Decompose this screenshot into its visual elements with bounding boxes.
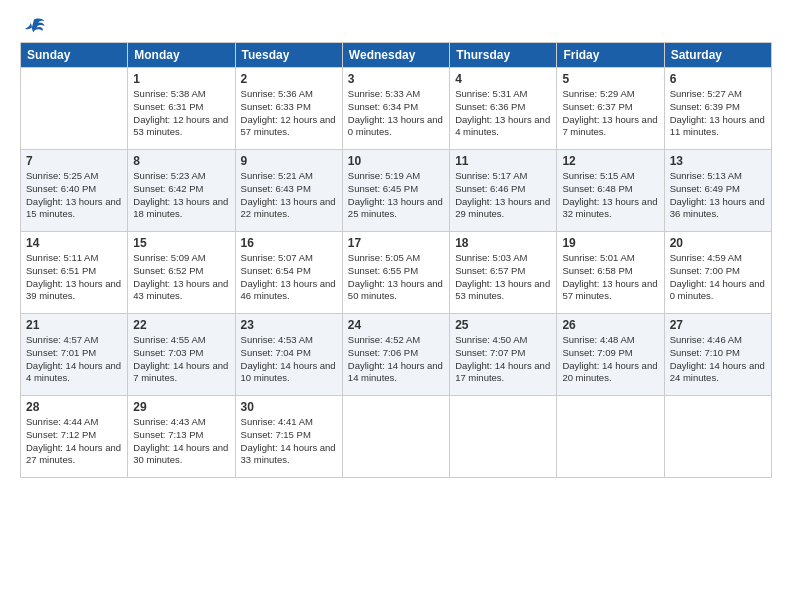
day-number: 20 [670, 236, 766, 250]
week-row-1: 1Sunrise: 5:38 AMSunset: 6:31 PMDaylight… [21, 68, 772, 150]
day-number: 11 [455, 154, 551, 168]
day-cell: 29Sunrise: 4:43 AMSunset: 7:13 PMDayligh… [128, 396, 235, 478]
day-cell: 2Sunrise: 5:36 AMSunset: 6:33 PMDaylight… [235, 68, 342, 150]
logo-text [20, 16, 46, 36]
day-info: Sunrise: 4:41 AMSunset: 7:15 PMDaylight:… [241, 416, 337, 467]
day-info: Sunrise: 4:53 AMSunset: 7:04 PMDaylight:… [241, 334, 337, 385]
day-info: Sunrise: 4:55 AMSunset: 7:03 PMDaylight:… [133, 334, 229, 385]
day-cell: 5Sunrise: 5:29 AMSunset: 6:37 PMDaylight… [557, 68, 664, 150]
day-cell: 17Sunrise: 5:05 AMSunset: 6:55 PMDayligh… [342, 232, 449, 314]
day-number: 8 [133, 154, 229, 168]
day-number: 23 [241, 318, 337, 332]
day-cell: 25Sunrise: 4:50 AMSunset: 7:07 PMDayligh… [450, 314, 557, 396]
day-info: Sunrise: 4:43 AMSunset: 7:13 PMDaylight:… [133, 416, 229, 467]
header [20, 16, 772, 36]
day-cell: 28Sunrise: 4:44 AMSunset: 7:12 PMDayligh… [21, 396, 128, 478]
col-header-wednesday: Wednesday [342, 43, 449, 68]
col-header-friday: Friday [557, 43, 664, 68]
day-cell [342, 396, 449, 478]
day-cell: 24Sunrise: 4:52 AMSunset: 7:06 PMDayligh… [342, 314, 449, 396]
col-header-sunday: Sunday [21, 43, 128, 68]
day-cell: 23Sunrise: 4:53 AMSunset: 7:04 PMDayligh… [235, 314, 342, 396]
col-header-monday: Monday [128, 43, 235, 68]
day-cell [557, 396, 664, 478]
day-number: 28 [26, 400, 122, 414]
week-row-4: 21Sunrise: 4:57 AMSunset: 7:01 PMDayligh… [21, 314, 772, 396]
day-info: Sunrise: 4:44 AMSunset: 7:12 PMDaylight:… [26, 416, 122, 467]
day-cell: 22Sunrise: 4:55 AMSunset: 7:03 PMDayligh… [128, 314, 235, 396]
week-row-2: 7Sunrise: 5:25 AMSunset: 6:40 PMDaylight… [21, 150, 772, 232]
day-cell: 7Sunrise: 5:25 AMSunset: 6:40 PMDaylight… [21, 150, 128, 232]
day-number: 29 [133, 400, 229, 414]
day-number: 7 [26, 154, 122, 168]
day-info: Sunrise: 4:50 AMSunset: 7:07 PMDaylight:… [455, 334, 551, 385]
day-number: 4 [455, 72, 551, 86]
logo [20, 16, 46, 36]
day-info: Sunrise: 5:36 AMSunset: 6:33 PMDaylight:… [241, 88, 337, 139]
day-cell: 27Sunrise: 4:46 AMSunset: 7:10 PMDayligh… [664, 314, 771, 396]
day-cell: 15Sunrise: 5:09 AMSunset: 6:52 PMDayligh… [128, 232, 235, 314]
day-info: Sunrise: 4:46 AMSunset: 7:10 PMDaylight:… [670, 334, 766, 385]
day-cell: 6Sunrise: 5:27 AMSunset: 6:39 PMDaylight… [664, 68, 771, 150]
day-number: 13 [670, 154, 766, 168]
day-info: Sunrise: 5:15 AMSunset: 6:48 PMDaylight:… [562, 170, 658, 221]
day-cell [450, 396, 557, 478]
day-number: 17 [348, 236, 444, 250]
day-cell: 4Sunrise: 5:31 AMSunset: 6:36 PMDaylight… [450, 68, 557, 150]
day-info: Sunrise: 4:57 AMSunset: 7:01 PMDaylight:… [26, 334, 122, 385]
day-number: 16 [241, 236, 337, 250]
day-number: 14 [26, 236, 122, 250]
day-number: 10 [348, 154, 444, 168]
day-info: Sunrise: 5:13 AMSunset: 6:49 PMDaylight:… [670, 170, 766, 221]
day-number: 1 [133, 72, 229, 86]
day-number: 22 [133, 318, 229, 332]
day-number: 24 [348, 318, 444, 332]
day-info: Sunrise: 5:19 AMSunset: 6:45 PMDaylight:… [348, 170, 444, 221]
day-cell: 19Sunrise: 5:01 AMSunset: 6:58 PMDayligh… [557, 232, 664, 314]
day-info: Sunrise: 5:27 AMSunset: 6:39 PMDaylight:… [670, 88, 766, 139]
day-cell: 21Sunrise: 4:57 AMSunset: 7:01 PMDayligh… [21, 314, 128, 396]
day-cell: 14Sunrise: 5:11 AMSunset: 6:51 PMDayligh… [21, 232, 128, 314]
day-number: 3 [348, 72, 444, 86]
day-cell: 13Sunrise: 5:13 AMSunset: 6:49 PMDayligh… [664, 150, 771, 232]
day-number: 2 [241, 72, 337, 86]
day-cell: 16Sunrise: 5:07 AMSunset: 6:54 PMDayligh… [235, 232, 342, 314]
day-info: Sunrise: 4:48 AMSunset: 7:09 PMDaylight:… [562, 334, 658, 385]
day-info: Sunrise: 5:17 AMSunset: 6:46 PMDaylight:… [455, 170, 551, 221]
day-number: 19 [562, 236, 658, 250]
day-number: 12 [562, 154, 658, 168]
day-number: 15 [133, 236, 229, 250]
week-row-3: 14Sunrise: 5:11 AMSunset: 6:51 PMDayligh… [21, 232, 772, 314]
day-info: Sunrise: 5:31 AMSunset: 6:36 PMDaylight:… [455, 88, 551, 139]
col-header-saturday: Saturday [664, 43, 771, 68]
day-cell: 12Sunrise: 5:15 AMSunset: 6:48 PMDayligh… [557, 150, 664, 232]
day-cell: 18Sunrise: 5:03 AMSunset: 6:57 PMDayligh… [450, 232, 557, 314]
day-number: 18 [455, 236, 551, 250]
day-cell [21, 68, 128, 150]
day-number: 30 [241, 400, 337, 414]
day-number: 27 [670, 318, 766, 332]
day-cell: 20Sunrise: 4:59 AMSunset: 7:00 PMDayligh… [664, 232, 771, 314]
day-number: 6 [670, 72, 766, 86]
calendar-table: SundayMondayTuesdayWednesdayThursdayFrid… [20, 42, 772, 478]
day-cell: 1Sunrise: 5:38 AMSunset: 6:31 PMDaylight… [128, 68, 235, 150]
day-cell: 30Sunrise: 4:41 AMSunset: 7:15 PMDayligh… [235, 396, 342, 478]
day-info: Sunrise: 5:09 AMSunset: 6:52 PMDaylight:… [133, 252, 229, 303]
day-cell: 9Sunrise: 5:21 AMSunset: 6:43 PMDaylight… [235, 150, 342, 232]
day-cell: 3Sunrise: 5:33 AMSunset: 6:34 PMDaylight… [342, 68, 449, 150]
logo-bird-icon [22, 16, 46, 36]
day-cell: 11Sunrise: 5:17 AMSunset: 6:46 PMDayligh… [450, 150, 557, 232]
day-info: Sunrise: 5:33 AMSunset: 6:34 PMDaylight:… [348, 88, 444, 139]
day-info: Sunrise: 5:25 AMSunset: 6:40 PMDaylight:… [26, 170, 122, 221]
day-info: Sunrise: 5:11 AMSunset: 6:51 PMDaylight:… [26, 252, 122, 303]
day-cell: 8Sunrise: 5:23 AMSunset: 6:42 PMDaylight… [128, 150, 235, 232]
day-info: Sunrise: 4:52 AMSunset: 7:06 PMDaylight:… [348, 334, 444, 385]
day-info: Sunrise: 5:05 AMSunset: 6:55 PMDaylight:… [348, 252, 444, 303]
day-info: Sunrise: 5:29 AMSunset: 6:37 PMDaylight:… [562, 88, 658, 139]
day-number: 25 [455, 318, 551, 332]
day-info: Sunrise: 4:59 AMSunset: 7:00 PMDaylight:… [670, 252, 766, 303]
col-header-tuesday: Tuesday [235, 43, 342, 68]
day-info: Sunrise: 5:23 AMSunset: 6:42 PMDaylight:… [133, 170, 229, 221]
day-cell: 10Sunrise: 5:19 AMSunset: 6:45 PMDayligh… [342, 150, 449, 232]
day-number: 26 [562, 318, 658, 332]
